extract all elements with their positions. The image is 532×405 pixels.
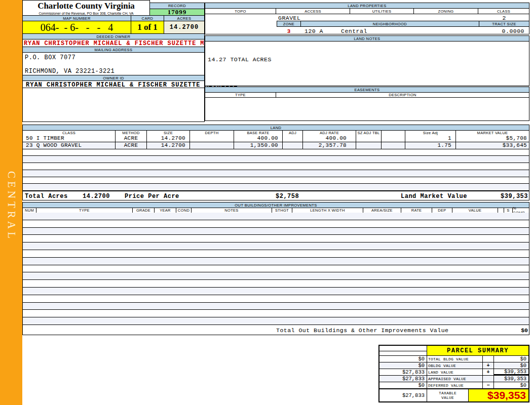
card-label: CARD xyxy=(142,16,154,21)
map-number-label: MAP NUMBER xyxy=(63,16,91,21)
ps-row: $0 OBLDG VALUE + $0 xyxy=(379,362,528,369)
zone-label: ZONE xyxy=(283,22,294,26)
table-row-empty xyxy=(23,149,529,156)
land-properties-title: LAND PROPERTIES xyxy=(348,4,386,8)
neighborhood-label-bar: NEIGHBORHOOD xyxy=(300,21,479,27)
table-row-empty xyxy=(23,250,529,258)
land-note-text: 14.27 TOTAL ACRES xyxy=(205,42,529,63)
parcel-summary-table: PARCEL SUMMARY $0 TOTAL BLDG VALUE $0 $0… xyxy=(378,345,529,402)
county-subtitle: Commissioner of the Revenue, PO Box 308,… xyxy=(23,12,149,15)
zone-value: 3 xyxy=(277,28,301,34)
table-row-empty xyxy=(23,288,529,295)
out-buildings-rows xyxy=(22,213,529,325)
deeded-owner-label: DEEDED OWNER xyxy=(97,34,131,39)
county-title-box: Charlotte County Virginia Commissioner o… xyxy=(22,0,150,16)
table-row-empty xyxy=(23,213,529,220)
ps-taxable-row: $27,833 TAXABLE VALUE $39,353 xyxy=(379,389,528,401)
table-row-empty xyxy=(23,228,529,235)
deeded-owner-box: RYAN CHRISTOPHER MICHAEL & FISCHER SUZET… xyxy=(22,39,205,47)
record-value-box: 17099 xyxy=(149,9,205,16)
table-row-empty xyxy=(23,303,529,310)
tract-size-label-bar: TRACT SIZE xyxy=(479,21,529,27)
owner-id-box: RYAN CHRISTOPHER MICHAEL & FISCHER SUZET… xyxy=(22,80,205,88)
deeded-owner-name: RYAN CHRISTOPHER MICHAEL & FISCHER SUZET… xyxy=(23,39,204,47)
left-empty-box xyxy=(22,88,205,122)
table-row-empty xyxy=(23,220,529,228)
mailing-address-box: P.O. BOX 7077 RICHMOND, VA 23221-3221 xyxy=(22,52,205,75)
land-market-value: $39,353 xyxy=(469,193,528,200)
record-label: RECORD xyxy=(168,4,186,8)
card-value: 1 of 1 xyxy=(137,22,158,32)
table-row-empty xyxy=(23,242,529,250)
table-row-empty xyxy=(23,184,529,191)
table-row-empty xyxy=(23,310,529,317)
zone-label-bar: ZONE xyxy=(277,21,301,27)
easements-title: EASEMENTS xyxy=(355,88,380,92)
acres-value-box: 14.2700 xyxy=(164,21,205,34)
table-row-empty xyxy=(23,265,529,273)
price-per-acre-label: Price Per Acre xyxy=(125,193,179,200)
taxable-value: $39,353 xyxy=(469,389,528,401)
total-acres-value: 14.2700 xyxy=(83,193,110,200)
table-row-empty xyxy=(23,272,529,280)
land-totals-row: Total Acres 14.2700 Price Per Acre $2,75… xyxy=(22,191,529,200)
out-buildings-title: OUT BUILDINGS/OTHER IMPROVEMENTS xyxy=(235,203,317,208)
land-market-value-label: Land Market Value xyxy=(401,193,467,200)
table-row-empty xyxy=(23,235,529,242)
table-row-empty xyxy=(23,170,529,177)
land-properties-body: GRAVEL 2 ZONE NEIGHBORHOOD TRACT SIZE 3 … xyxy=(205,14,529,34)
table-row: 23 Q WOOD GRAVEL ACRE 14.2700 1,350.00 2… xyxy=(23,142,529,149)
land-notes-box: 14.27 TOTAL ACRES xyxy=(205,41,529,86)
table-row: 50 I TIMBER ACRE 14.2700 400.00 400.00 1… xyxy=(23,135,529,142)
easements-empty-box xyxy=(205,97,529,121)
table-row-empty xyxy=(23,177,529,184)
map-number-value-box: 064- - 6- - - 4 xyxy=(22,21,131,34)
taxable-label: TAXABLE VALUE xyxy=(427,389,469,401)
ps-row: $0 DEFERRED VALUE − $0 xyxy=(379,382,528,389)
neighborhood-name: Central xyxy=(341,28,367,34)
parcel-summary-title: PARCEL SUMMARY xyxy=(427,346,528,355)
tract-size-value: 0.0000 xyxy=(479,28,524,34)
table-row-empty xyxy=(23,163,529,170)
ps-row: $27,833 APPRAISED VALUE $39,353 xyxy=(379,376,528,382)
table-row-empty xyxy=(23,156,529,163)
owner-id-label: OWNER ID xyxy=(103,76,124,80)
acres-value: 14.2700 xyxy=(170,24,199,31)
price-per-acre-value: $2,758 xyxy=(276,193,299,200)
taxable-left-value: $27,833 xyxy=(379,389,427,401)
out-buildings-total-row: Total Out Buildings & Other Improvements… xyxy=(22,325,529,335)
table-row-empty xyxy=(23,295,529,303)
ps-row: $27,833 LAND VALUE + $39,353 xyxy=(379,369,528,376)
land-table-title: LAND xyxy=(271,126,282,130)
ps-header-spacer xyxy=(379,346,427,355)
land-table-rows: 50 I TIMBER ACRE 14.2700 400.00 400.00 1… xyxy=(22,135,529,191)
parcel-summary-header: PARCEL SUMMARY xyxy=(379,346,528,356)
address-line-1: P.O. BOX 7077 xyxy=(23,53,204,61)
out-buildings-total-label: Total Out Buildings & Other Improvements… xyxy=(276,327,448,334)
property-record-card: CENTRAL Charlotte County Virginia Commis… xyxy=(0,0,532,405)
tract-size-label: TRACT SIZE xyxy=(492,22,516,26)
map-number-value: 064- - 6- - - 4 xyxy=(41,22,113,33)
acres-label: ACRES xyxy=(177,16,192,21)
ps-row: $0 TOTAL BLDG VALUE $0 xyxy=(379,356,528,362)
total-acres-label: Total Acres xyxy=(25,193,68,200)
county-title: Charlotte County Virginia xyxy=(23,1,149,11)
card-value-box: 1 of 1 xyxy=(131,21,164,34)
table-row-empty xyxy=(23,258,529,265)
table-row-empty xyxy=(23,280,529,288)
neighborhood-label: NEIGHBORHOOD xyxy=(373,22,407,26)
out-buildings-total-value: $0 xyxy=(469,327,528,334)
land-notes-title: LAND NOTES xyxy=(354,36,381,41)
table-row-empty xyxy=(23,317,529,325)
mailing-address-label: MAILING ADDRESS xyxy=(95,48,133,52)
district-vertical-label: CENTRAL xyxy=(0,167,22,246)
address-line-2: RICHMOND, VA 23221-3221 xyxy=(23,61,204,75)
neighborhood-code: 120 A xyxy=(305,28,323,34)
